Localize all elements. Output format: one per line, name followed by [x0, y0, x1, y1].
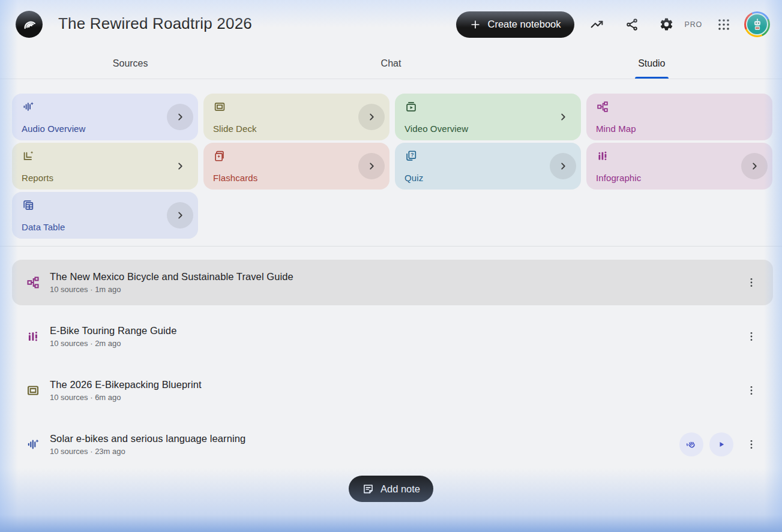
apps-grid-icon[interactable]	[712, 13, 736, 37]
add-note-label: Add note	[380, 483, 420, 495]
studio-card-label: Flashcards	[213, 173, 257, 183]
account-avatar[interactable]	[744, 11, 770, 37]
active-tab-indicator	[635, 77, 669, 79]
artifact-actions	[739, 270, 759, 294]
studio-card-label: Quiz	[405, 173, 423, 183]
artifact-actions	[739, 324, 759, 348]
add-note-button[interactable]: Add note	[349, 476, 433, 502]
audio-waveform-sparkle-icon	[25, 437, 41, 452]
share-icon[interactable]	[620, 13, 644, 37]
settings-gear-icon[interactable]	[655, 13, 679, 37]
artifact-meta: 10 sources · 2m ago	[50, 339, 739, 348]
infographic-icon	[596, 149, 609, 165]
chevron-right-icon[interactable]	[167, 202, 193, 229]
svg-text:?: ?	[411, 152, 414, 158]
studio-card-data-table[interactable]: Data Table	[12, 192, 198, 239]
artifact-actions	[679, 432, 759, 456]
artifact-meta: 10 sources · 1m ago	[50, 285, 739, 294]
artifact-title: The New Mexico Bicycle and Sustainable T…	[50, 271, 739, 282]
chevron-right-icon[interactable]	[358, 153, 385, 179]
more-options-icon[interactable]	[744, 378, 759, 402]
studio-card-reports[interactable]: Reports	[12, 143, 198, 190]
app-header: The Rewired Roadtrip 2026 Create noteboo…	[0, 0, 782, 48]
interactive-mode-hand-icon[interactable]	[679, 432, 703, 456]
studio-card-mind-map[interactable]: Mind Map	[586, 94, 772, 140]
logo-arcs-icon	[22, 17, 37, 32]
tab-sources[interactable]: Sources	[0, 48, 260, 79]
chevron-right-icon[interactable]	[741, 153, 768, 179]
artifact-row-audio-overview[interactable]: Solar e-bikes and serious language learn…	[12, 422, 773, 467]
studio-card-label: Data Table	[22, 222, 65, 232]
tab-chat[interactable]: Chat	[260, 48, 521, 79]
artifact-meta: 10 sources · 6m ago	[50, 393, 739, 402]
slide-deck-icon	[213, 100, 226, 116]
reports-sparkle-icon	[22, 149, 35, 165]
studio-output-cards: Audio Overview Slide Deck	[12, 94, 774, 239]
chevron-right-icon[interactable]	[550, 104, 576, 130]
artifact-row-slide-deck[interactable]: The 2026 E-Bikepacking Blueprint 10 sour…	[12, 368, 773, 413]
mind-map-icon	[25, 275, 41, 290]
data-table-icon	[22, 199, 35, 214]
flashcards-icon	[213, 149, 226, 165]
chevron-right-icon[interactable]	[167, 153, 193, 179]
studio-card-slide-deck[interactable]: Slide Deck	[203, 94, 389, 140]
infographic-icon	[25, 329, 41, 344]
artifact-title: E-Bike Touring Range Guide	[50, 325, 739, 336]
section-divider	[0, 246, 782, 247]
studio-card-label: Reports	[22, 173, 53, 183]
studio-card-label: Slide Deck	[213, 124, 257, 134]
artifact-actions	[739, 378, 759, 402]
more-options-icon[interactable]	[744, 324, 759, 348]
more-options-icon[interactable]	[744, 270, 759, 294]
slide-deck-icon	[25, 383, 41, 398]
note-icon	[362, 483, 374, 495]
studio-card-audio-overview[interactable]: Audio Overview	[12, 94, 198, 140]
artifact-meta: 10 sources · 23m ago	[50, 447, 679, 456]
analytics-trending-up-icon[interactable]	[585, 13, 609, 37]
create-notebook-label: Create notebook	[487, 19, 561, 30]
artifact-text: The New Mexico Bicycle and Sustainable T…	[50, 271, 739, 294]
tab-studio[interactable]: Studio	[522, 48, 782, 79]
studio-card-quiz[interactable]: ? Quiz	[395, 143, 581, 190]
video-overview-icon	[405, 100, 418, 116]
panel-tabs: Sources Chat Studio	[0, 48, 782, 79]
artifact-title: The 2026 E-Bikepacking Blueprint	[50, 379, 739, 390]
notebooklm-logo[interactable]	[16, 11, 43, 38]
add-note-container: Add note	[0, 476, 782, 502]
chevron-right-icon[interactable]	[550, 153, 576, 179]
play-icon[interactable]	[709, 432, 733, 456]
artifact-text: The 2026 E-Bikepacking Blueprint 10 sour…	[50, 379, 739, 402]
pro-badge: PRO	[685, 20, 703, 29]
artifact-row-infographic[interactable]: E-Bike Touring Range Guide 10 sources · …	[12, 314, 773, 359]
create-notebook-button[interactable]: Create notebook	[456, 11, 574, 38]
chevron-right-icon[interactable]	[167, 104, 193, 130]
tab-sources-label: Sources	[113, 58, 148, 69]
avatar-robot-image	[746, 13, 768, 35]
studio-card-infographic[interactable]: Infographic	[586, 143, 772, 190]
studio-card-label: Audio Overview	[22, 124, 85, 134]
quiz-icon: ?	[405, 149, 418, 165]
mind-map-icon	[596, 100, 609, 116]
artifact-text: Solar e-bikes and serious language learn…	[50, 433, 679, 456]
studio-artifact-list: The New Mexico Bicycle and Sustainable T…	[12, 260, 773, 467]
notebook-title[interactable]: The Rewired Roadtrip 2026	[58, 14, 252, 33]
header-actions: Create notebook PRO	[456, 11, 770, 38]
studio-card-label: Video Overview	[405, 124, 468, 134]
notebooklm-studio-page: The Rewired Roadtrip 2026 Create noteboo…	[0, 0, 782, 532]
tab-chat-label: Chat	[381, 58, 402, 69]
more-options-icon[interactable]	[744, 432, 759, 456]
studio-card-label: Mind Map	[596, 124, 636, 134]
tab-studio-label: Studio	[638, 58, 665, 69]
plus-icon	[469, 19, 481, 31]
chevron-right-icon[interactable]	[358, 104, 385, 130]
artifact-title: Solar e-bikes and serious language learn…	[50, 433, 679, 444]
studio-card-flashcards[interactable]: Flashcards	[203, 143, 389, 190]
artifact-row-mind-map[interactable]: The New Mexico Bicycle and Sustainable T…	[12, 260, 773, 305]
studio-card-label: Infographic	[596, 173, 641, 183]
audio-waveform-sparkle-icon	[22, 100, 35, 116]
artifact-text: E-Bike Touring Range Guide 10 sources · …	[50, 325, 739, 348]
studio-card-video-overview[interactable]: Video Overview	[395, 94, 581, 140]
